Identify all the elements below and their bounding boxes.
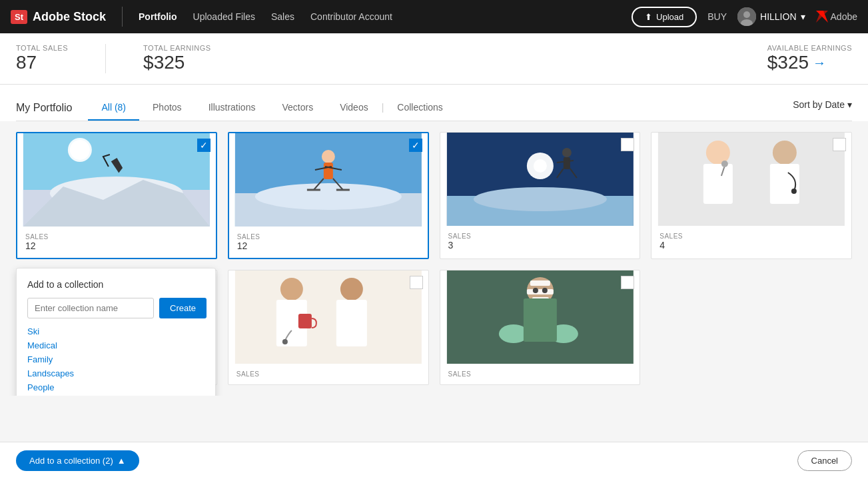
svg-rect-26	[563, 157, 570, 169]
sales-count-3: 3	[448, 240, 632, 250]
tab-photos[interactable]: Photos	[139, 95, 195, 121]
chevron-down-icon: ▾	[801, 11, 805, 22]
logo: St Adobe Stock	[11, 10, 106, 24]
sales-label-4: SALES	[659, 233, 843, 240]
buy-link[interactable]: BUY	[707, 11, 727, 22]
card-info-3: SALES 3	[440, 226, 640, 257]
upload-button[interactable]: ⬆ Upload	[632, 7, 697, 27]
stats-divider	[105, 44, 106, 73]
header: St Adobe Stock Portfolio Uploaded Files …	[0, 0, 868, 33]
sales-count-4: 4	[659, 240, 843, 250]
card-image-3	[440, 133, 640, 226]
nav-uploaded-files[interactable]: Uploaded Files	[193, 11, 255, 22]
card-checkbox-3[interactable]	[621, 138, 634, 151]
image-card-2: ✓ SALES 12	[228, 132, 429, 259]
sales-label-2: SALES	[237, 233, 420, 240]
stats-bar: TOTAL SALES 87 TOTAL EARNINGS $325 AVAIL…	[0, 33, 868, 85]
svg-point-61	[542, 288, 547, 293]
card-checkbox-2[interactable]: ✓	[409, 139, 422, 152]
total-earnings-stat: TOTAL EARNINGS $325	[143, 44, 211, 73]
svg-point-33	[773, 141, 797, 165]
tabs: All (8) Photos Illustrations Vectors Vid…	[88, 95, 793, 121]
image-card-6: SALES	[228, 270, 429, 385]
image-card-3: SALES 3	[440, 132, 641, 259]
svg-point-25	[562, 148, 571, 157]
upload-icon: ⬆	[645, 12, 652, 22]
tab-videos[interactable]: Videos	[326, 95, 382, 121]
available-earnings-label: AVAILABLE EARNINGS	[767, 44, 852, 52]
collection-list: Ski Medical Family Landscapes People Gra…	[27, 326, 205, 396]
svg-point-11	[255, 183, 402, 210]
header-divider	[122, 7, 123, 27]
collection-item-landscapes[interactable]: Landscapes	[27, 368, 205, 378]
svg-rect-32	[703, 164, 733, 204]
sales-label-7: SALES	[448, 370, 632, 378]
portfolio-section: My Portfolio All (8) Photos Illustration…	[0, 85, 868, 121]
svg-point-22	[533, 159, 546, 173]
collection-name-input[interactable]	[27, 298, 154, 318]
sort-label: Sort by Date	[793, 99, 845, 110]
total-sales-stat: TOTAL SALES 87	[16, 44, 68, 73]
nav: Portfolio Uploaded Files Sales Contribut…	[139, 11, 392, 22]
card-checkbox-4[interactable]	[833, 138, 846, 151]
card-checkbox-1[interactable]: ✓	[197, 139, 211, 152]
svg-rect-51	[298, 314, 312, 328]
collection-input-row: Create	[27, 298, 205, 318]
image-card-7: SALES	[440, 270, 641, 385]
image-card-4: SALES 4	[651, 132, 852, 259]
tab-all[interactable]: All (8)	[88, 95, 139, 121]
sort-controls[interactable]: Sort by Date ▾	[793, 99, 852, 117]
logo-badge: St	[11, 10, 27, 24]
svg-point-31	[706, 141, 730, 165]
svg-point-12	[322, 150, 335, 163]
image-card-1: ✓ SALES 12	[16, 132, 217, 259]
tab-collections[interactable]: Collections	[384, 95, 456, 121]
available-earnings-value: $325	[767, 52, 809, 73]
svg-point-49	[340, 278, 363, 300]
nav-contributor-account[interactable]: Contributor Account	[310, 11, 392, 22]
svg-rect-45	[235, 270, 422, 364]
collection-item-people[interactable]: People	[27, 382, 205, 392]
tab-illustrations[interactable]: Illustrations	[195, 95, 269, 121]
svg-rect-13	[324, 163, 333, 179]
collection-item-medical[interactable]: Medical	[27, 340, 205, 350]
sales-label-3: SALES	[448, 233, 632, 240]
tab-vectors[interactable]: Vectors	[268, 95, 326, 121]
total-sales-label: TOTAL SALES	[16, 44, 68, 52]
sales-count-2: 12	[237, 240, 420, 251]
avatar	[737, 7, 756, 26]
nav-sales[interactable]: Sales	[271, 11, 294, 22]
total-earnings-value: $325	[143, 52, 211, 73]
user-profile[interactable]: HILLION ▾	[737, 7, 805, 26]
svg-point-46	[280, 278, 303, 300]
nav-portfolio[interactable]: Portfolio	[139, 11, 177, 22]
svg-rect-54	[530, 280, 550, 286]
card-image-6	[228, 270, 428, 364]
card-checkbox-7[interactable]	[621, 276, 634, 289]
sort-chevron-icon: ▾	[847, 99, 852, 110]
svg-point-24	[473, 187, 606, 211]
sales-label-1: SALES	[25, 233, 208, 240]
total-earnings-label: TOTAL EARNINGS	[143, 44, 211, 52]
card-info-6: SALES	[228, 364, 428, 384]
total-sales-value: 87	[16, 52, 68, 73]
card-checkbox-6[interactable]	[410, 276, 423, 289]
svg-point-37	[721, 161, 728, 167]
svg-rect-59	[523, 298, 556, 342]
collection-item-family[interactable]: Family	[27, 354, 205, 364]
collection-dropdown: Add to a collection Create Ski Medical F…	[16, 268, 216, 396]
svg-point-60	[532, 288, 538, 293]
create-collection-button[interactable]: Create	[159, 298, 207, 318]
arrow-right-icon: →	[813, 55, 826, 71]
svg-rect-30	[658, 133, 845, 226]
card-image-7	[440, 270, 640, 364]
adobe-logo: Adobe	[816, 11, 857, 23]
header-right: ⬆ Upload BUY HILLION ▾ Adobe	[632, 7, 857, 27]
card-info-7: SALES	[440, 364, 640, 384]
collection-dropdown-title: Add to a collection	[27, 279, 205, 290]
collection-item-ski[interactable]: Ski	[27, 326, 205, 336]
card-info-2: SALES 12	[229, 227, 428, 258]
svg-point-48	[282, 339, 288, 344]
available-earnings-row: $325 →	[767, 52, 852, 73]
svg-point-8	[70, 140, 90, 160]
